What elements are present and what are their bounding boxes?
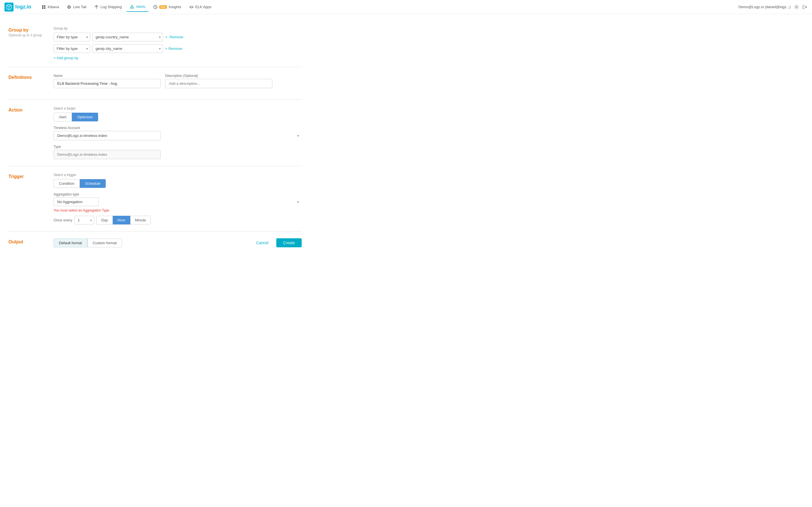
logout-icon[interactable] [802,4,808,10]
filter-type-select-wrapper-1: Filter by type [54,33,90,41]
timeless-account-select[interactable]: Demo@Logz.io-timeless-index [54,131,161,140]
once-every-label: Once every [54,218,72,222]
output-section: Output Default format Custom format Canc… [8,231,302,254]
trigger-body: Select a trigger Condition Schedule Aggr… [54,173,302,224]
output-row: Default format Custom format Cancel Crea… [54,238,302,247]
action-label: Action [8,107,54,159]
group-by-section: Group by Optional up to 3 group Group by… [8,20,302,67]
time-btn-group: Day Hour Minute [96,216,151,224]
navbar-right: Demo@Logz.io (daniel@logz...) [739,4,808,10]
type-input[interactable] [54,150,161,159]
svg-rect-2 [44,5,45,7]
logo-text: logz.io [15,4,31,10]
schedule-button[interactable]: Schedule [80,179,106,188]
aggregation-select-wrapper: No Aggregation Count Average Sum Min Max [54,198,302,206]
aggregation-error: You must select an Aggregation Type [54,209,302,212]
gear-icon[interactable] [794,4,799,10]
svg-point-10 [796,6,797,8]
once-every-row: Once every 1 2 5 10 Day Hour Minute [54,216,302,224]
day-button[interactable]: Day [96,216,112,224]
trigger-btn-group: Condition Schedule [54,179,302,188]
description-group: Description (Optional) [165,74,272,88]
alert-button[interactable]: Alert [54,113,72,121]
svg-rect-4 [44,7,45,9]
cancel-button[interactable]: Cancel [252,238,273,247]
field-select-1[interactable]: geoip.country_name [93,33,163,41]
nav-logshipping[interactable]: Log Shipping [91,3,125,11]
timeless-account-group: Timeless Account Demo@Logz.io-timeless-i… [54,126,302,140]
logo[interactable]: logz.io [4,3,31,11]
create-button[interactable]: Create [276,238,302,247]
main-content: Group by Optional up to 3 group Group by… [0,14,310,260]
default-format-button[interactable]: Default format [54,238,87,247]
group-by-row-1: Filter by type geoip.country_name × × Re… [54,33,302,41]
once-every-num-wrapper: 1 2 5 10 [74,216,94,224]
description-label: Description (Optional) [165,74,272,78]
output-format-group: Default format Custom format [54,238,122,247]
user-info[interactable]: Demo@Logz.io (daniel@logz...) [739,5,791,9]
svg-point-6 [68,6,70,8]
aggregation-type-group: Aggregation type No Aggregation Count Av… [54,192,302,212]
name-label: Name [54,74,161,78]
filter-type-select-wrapper-2: Filter by type [54,44,90,53]
remove-link-2[interactable]: × Remove [165,47,182,51]
name-group: Name [54,74,161,88]
svg-point-5 [68,6,70,8]
field-select-wrapper-1: geoip.country_name [93,33,163,41]
svg-point-7 [132,8,132,8]
nav-livetail[interactable]: Live Tail [63,3,90,11]
timeless-account-select-wrapper: Demo@Logz.io-timeless-index [54,131,302,140]
svg-rect-3 [42,7,43,9]
definitions-label: Definitions [8,74,54,93]
type-group: Type [54,145,302,159]
type-label: Type [54,145,302,149]
nav-alerts[interactable]: Alerts [126,2,149,12]
condition-button[interactable]: Condition [54,179,80,188]
definitions-section: Definitions Name Description (Optional) [8,67,302,100]
output-label: Output [8,238,54,247]
name-input[interactable] [54,79,161,88]
output-actions: Cancel Create [252,238,302,247]
definitions-body: Name Description (Optional) [54,74,302,93]
nav-insights[interactable]: New Insights [150,3,185,11]
once-every-select[interactable]: 1 2 5 10 [74,216,94,224]
nav-kibana[interactable]: Kibana [38,3,62,11]
custom-format-button[interactable]: Custom format [87,238,122,247]
navbar: logz.io Kibana Live Tail Log Shipping Al… [0,0,812,14]
remove-link-1[interactable]: × × Remove Remove [165,35,183,39]
aggregation-select[interactable]: No Aggregation Count Average Sum Min Max [54,198,99,206]
hour-button[interactable]: Hour [113,216,130,224]
svg-rect-1 [42,5,43,7]
output-body: Default format Custom format Cancel Crea… [54,238,302,247]
description-input[interactable] [165,79,272,88]
timeless-account-label: Timeless Account [54,126,302,130]
add-group-by-link[interactable]: + Add group by [54,56,302,60]
select-trigger-label: Select a trigger [54,173,302,177]
trigger-label: Trigger [8,173,54,224]
aggregation-type-label: Aggregation type [54,192,302,196]
group-by-label: Group by Optional up to 3 group [8,26,54,60]
nav-items: Kibana Live Tail Log Shipping Alerts New… [38,2,739,12]
action-body: Select a target Alert Optimizer Timeless… [54,107,302,159]
field-select-wrapper-2: geoip.city_name [93,44,163,53]
group-by-body: Group by Filter by type geoip.country_na… [54,26,302,60]
group-by-header-label: Group by [54,26,302,31]
field-select-2[interactable]: geoip.city_name [93,44,163,53]
group-by-row-2: Filter by type geoip.city_name × Remove [54,44,302,53]
filter-type-select-1[interactable]: Filter by type [54,33,90,41]
minute-button[interactable]: Minute [130,216,151,224]
action-section: Action Select a target Alert Optimizer T… [8,100,302,166]
trigger-section: Trigger Select a trigger Condition Sched… [8,166,302,231]
select-target-label: Select a target [54,107,302,110]
filter-type-select-2[interactable]: Filter by type [54,44,90,53]
optimizer-button[interactable]: Optimizer [72,113,98,121]
target-btn-group: Alert Optimizer [54,113,302,121]
nav-elkapps[interactable]: ELK Apps [186,3,215,11]
definitions-form-row: Name Description (Optional) [54,74,302,88]
